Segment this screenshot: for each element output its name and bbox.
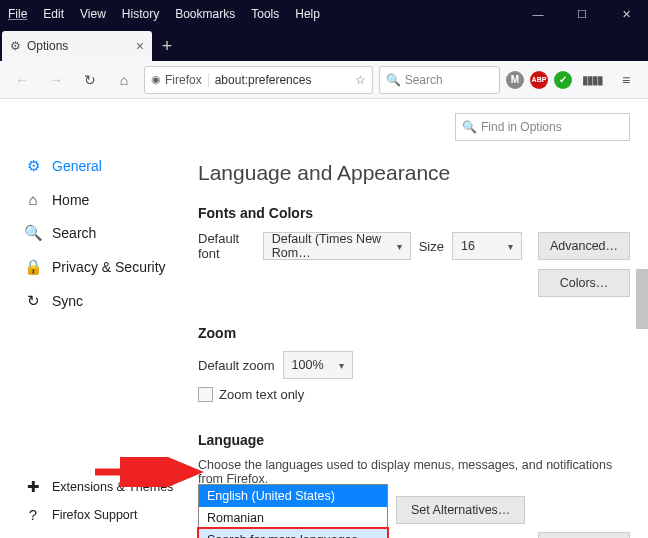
back-button[interactable]: ←: [8, 66, 36, 94]
set-alternatives-button[interactable]: Set Alternatives…: [396, 496, 525, 524]
window-maximize[interactable]: ☐: [560, 0, 604, 28]
default-font-label: Default font: [198, 231, 255, 261]
home-button[interactable]: ⌂: [110, 66, 138, 94]
gear-icon: ⚙: [10, 39, 21, 53]
language-heading: Language: [198, 432, 630, 448]
library-button[interactable]: ▮▮▮▮: [578, 66, 606, 94]
tab-title: Options: [27, 39, 68, 53]
find-placeholder: Find in Options: [481, 120, 562, 134]
sidebar-item-support[interactable]: ? Firefox Support: [18, 501, 179, 528]
annotation-arrow: [95, 457, 205, 487]
section-heading: Language and Appearance: [198, 161, 630, 185]
chevron-down-icon: ▾: [397, 241, 402, 252]
find-in-options[interactable]: 🔍 Find in Options: [455, 113, 630, 141]
language-option-en-us[interactable]: English (United States): [199, 485, 387, 507]
sidebar-item-sync[interactable]: ↻ Sync: [18, 284, 182, 318]
language-dropdown: English (United States) Romanian Search …: [198, 484, 388, 538]
sidebar-item-search[interactable]: 🔍 Search: [18, 216, 182, 250]
advanced-fonts-button[interactable]: Advanced…: [538, 232, 630, 260]
gear-icon: ⚙: [24, 157, 42, 175]
checkmark-badge[interactable]: ✓: [554, 71, 572, 89]
menu-history[interactable]: History: [114, 7, 167, 21]
preferences-main: 🔍 Find in Options Language and Appearanc…: [190, 99, 648, 538]
home-icon: ⌂: [24, 191, 42, 208]
size-label: Size: [419, 239, 444, 254]
reload-button[interactable]: ↻: [76, 66, 104, 94]
app-menu-button[interactable]: ≡: [612, 66, 640, 94]
firefox-icon: ◉: [151, 73, 161, 86]
scrollbar-thumb[interactable]: [636, 269, 648, 329]
url-text: about:preferences: [215, 73, 312, 87]
language-option-search-more[interactable]: Search for more languages…: [197, 527, 389, 538]
forward-button[interactable]: →: [42, 66, 70, 94]
window-close[interactable]: ✕: [604, 0, 648, 28]
menubar: File Edit View History Bookmarks Tools H…: [0, 0, 648, 28]
zoom-text-only-label: Zoom text only: [219, 387, 304, 402]
sidebar-item-privacy[interactable]: 🔒 Privacy & Security: [18, 250, 182, 284]
new-tab-button[interactable]: +: [152, 31, 182, 61]
default-zoom-select[interactable]: 100%▾: [283, 351, 353, 379]
choose-languages-button[interactable]: Choose…: [538, 532, 630, 538]
default-font-select[interactable]: Default (Times New Rom…▾: [263, 232, 411, 260]
search-icon: 🔍: [386, 73, 401, 87]
menu-edit[interactable]: Edit: [35, 7, 72, 21]
sidebar-item-home[interactable]: ⌂ Home: [18, 183, 182, 216]
sidebar-item-label: Search: [52, 225, 96, 241]
language-description: Choose the languages used to display men…: [198, 458, 630, 486]
menu-tools[interactable]: Tools: [243, 7, 287, 21]
language-option-romanian[interactable]: Romanian: [199, 507, 387, 529]
search-icon: 🔍: [24, 224, 42, 242]
abp-badge[interactable]: ABP: [530, 71, 548, 89]
pocket-badge[interactable]: M: [506, 71, 524, 89]
sidebar-item-label: Home: [52, 192, 89, 208]
tab-close-icon[interactable]: ×: [136, 38, 144, 54]
menu-view[interactable]: View: [72, 7, 114, 21]
tab-options[interactable]: ⚙ Options ×: [2, 31, 152, 61]
default-zoom-label: Default zoom: [198, 358, 275, 373]
nav-toolbar: ← → ↻ ⌂ ◉ Firefox about:preferences ☆ 🔍 …: [0, 61, 648, 99]
search-icon: 🔍: [462, 120, 477, 134]
tabstrip: ⚙ Options × +: [0, 28, 648, 61]
chevron-down-icon: ▾: [508, 241, 513, 252]
menu-bookmarks[interactable]: Bookmarks: [167, 7, 243, 21]
bookmark-star-icon[interactable]: ☆: [355, 73, 366, 87]
sync-icon: ↻: [24, 292, 42, 310]
puzzle-icon: ✚: [24, 478, 42, 496]
identity-label: Firefox: [165, 73, 209, 87]
colors-button[interactable]: Colors…: [538, 269, 630, 297]
search-placeholder: Search: [405, 73, 443, 87]
menu-file[interactable]: File: [0, 7, 35, 21]
question-icon: ?: [24, 506, 42, 523]
zoom-heading: Zoom: [198, 325, 630, 341]
url-bar[interactable]: ◉ Firefox about:preferences ☆: [144, 66, 373, 94]
sidebar-item-label: General: [52, 158, 102, 174]
zoom-text-only-checkbox[interactable]: [198, 387, 213, 402]
sidebar-item-general[interactable]: ⚙ General: [18, 149, 182, 183]
lock-icon: 🔒: [24, 258, 42, 276]
fonts-heading: Fonts and Colors: [198, 205, 630, 221]
sidebar-item-label: Sync: [52, 293, 83, 309]
chevron-down-icon: ▾: [339, 360, 344, 371]
menu-help[interactable]: Help: [287, 7, 328, 21]
sidebar-item-label: Firefox Support: [52, 508, 137, 522]
font-size-select[interactable]: 16▾: [452, 232, 522, 260]
search-bar[interactable]: 🔍 Search: [379, 66, 500, 94]
window-minimize[interactable]: —: [516, 0, 560, 28]
sidebar-item-label: Privacy & Security: [52, 259, 166, 275]
